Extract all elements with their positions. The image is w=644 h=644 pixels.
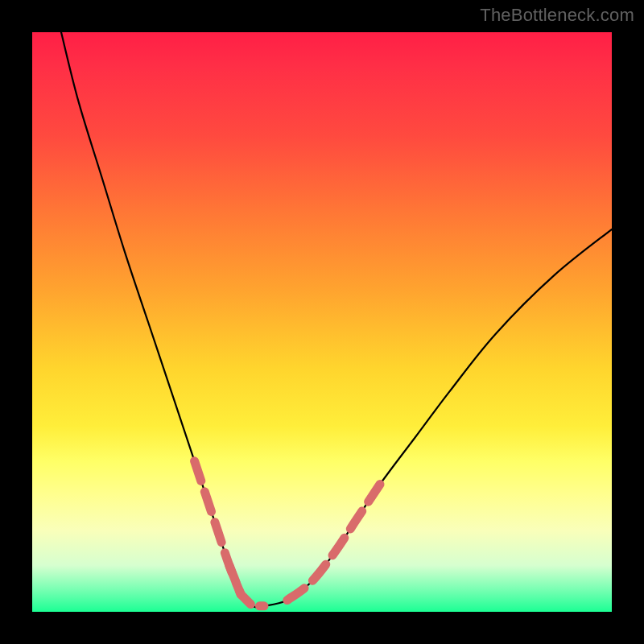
watermark-text: TheBottleneck.com	[480, 5, 634, 26]
bottleneck-curve	[61, 32, 612, 607]
curve-svg	[32, 32, 612, 612]
dash-segment-bottom	[229, 565, 264, 605]
plot-area	[32, 32, 612, 612]
chart-frame: TheBottleneck.com	[0, 0, 644, 644]
dash-segment-right	[287, 485, 380, 601]
